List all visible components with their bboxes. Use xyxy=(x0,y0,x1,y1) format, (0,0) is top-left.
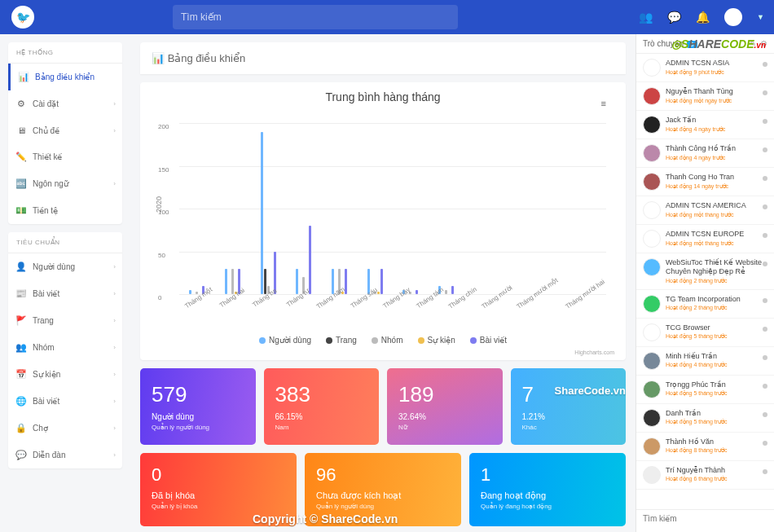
chat-user-item[interactable]: Trí Nguyễn ThànhHoạt động 6 tháng trước xyxy=(636,461,774,490)
sidebar-item[interactable]: 📊Bảng điều khiển xyxy=(8,64,122,90)
chat-user-status: Hoạt động 4 tháng trước xyxy=(666,362,728,368)
chart-card: ≡ Trung bình hàng tháng 2020 05010015020… xyxy=(140,82,626,360)
sidebar-item[interactable]: 💬Diễn đàn› xyxy=(8,442,122,468)
sidebar-item-icon: 💵 xyxy=(16,205,26,216)
sidebar-item[interactable]: ⚙Cài đặt› xyxy=(8,90,122,117)
sidebar-item-label: Bảng điều khiển xyxy=(35,73,95,81)
chat-user-item[interactable]: Trọngg Phúc TrầnHoạt động 5 tháng trước xyxy=(636,376,774,404)
chevron-right-icon: › xyxy=(113,424,116,432)
chat-user-status: Hoạt động 14 ngày trước xyxy=(666,183,734,190)
legend-item[interactable]: Sự kiện xyxy=(418,336,455,345)
chat-search[interactable] xyxy=(636,509,774,532)
presence-dot xyxy=(763,233,767,238)
chat-user-name: WebSiuToc Thiết Kế Website Chuyên Nghiệp… xyxy=(666,258,767,276)
panel-title: 📊 Bảng điều khiển xyxy=(140,42,626,74)
chat-user-status: Hoạt động 5 tháng trước xyxy=(666,390,728,397)
sidebar-item[interactable]: ✏️Thiết kế xyxy=(8,143,122,170)
chat-user-item[interactable]: Thành Hồ VănHoạt động 8 tháng trước xyxy=(636,433,774,461)
legend-item[interactable]: Bài viết xyxy=(470,336,507,345)
sidebar-group-title: TIÊU CHUẨN xyxy=(8,232,122,253)
stat-card[interactable]: 71.21%Khác xyxy=(511,368,627,445)
chat-user-item[interactable]: Minh Hiếu TrầnHoạt động 4 tháng trước xyxy=(636,347,774,376)
sharecode-watermark: ◎SHARECODE.vn xyxy=(671,37,766,51)
sidebar-item[interactable]: 🔒Chợ› xyxy=(8,415,122,442)
chat-avatar xyxy=(643,323,661,341)
chat-search-input[interactable] xyxy=(643,514,767,523)
chat-avatar xyxy=(643,437,661,455)
chat-user-item[interactable]: TG Team IncorporationHoạt động 2 tháng t… xyxy=(636,290,774,319)
stat-card[interactable]: 1Đang hoạt độngQuản lý đang hoạt động xyxy=(469,453,626,526)
app-logo[interactable]: 🐦 xyxy=(11,6,34,29)
sidebar-item[interactable]: 🚩Trang› xyxy=(8,307,122,334)
sidebar-item[interactable]: 📅Sự kiện› xyxy=(8,361,122,388)
chat-user-item[interactable]: Jack TấnHoạt động 4 ngày trước xyxy=(636,111,774,139)
sidebar-item[interactable]: 📰Bài viết› xyxy=(8,280,122,307)
sidebar-item[interactable]: 🔤Ngôn ngữ› xyxy=(8,170,122,197)
legend-item[interactable]: Trang xyxy=(326,336,357,345)
chat-user-item[interactable]: ADMIN TCSN AMERICAHoạt động một tháng tr… xyxy=(636,196,774,225)
chevron-right-icon: › xyxy=(113,317,116,324)
sidebar-item[interactable]: 👥Nhóm› xyxy=(8,334,122,361)
sidebar-item-icon: 📰 xyxy=(16,288,26,299)
chat-user-item[interactable]: Thành Công Hồ TrầnHoạt động 4 ngày trước xyxy=(636,139,774,168)
sidebar-item[interactable]: 🌐Bài viết› xyxy=(8,388,122,415)
chat-user-item[interactable]: Danh TrầnHoạt động 5 tháng trước xyxy=(636,404,774,433)
chart-plot: 2020 050100150200 xyxy=(179,123,606,294)
chat-user-name: Trọngg Phúc Trần xyxy=(666,380,728,389)
chevron-right-icon: › xyxy=(113,127,116,134)
legend-item[interactable]: Người dùng xyxy=(259,336,311,345)
sidebar-item-icon: ✏️ xyxy=(16,152,26,162)
sharecode-text-watermark: ShareCode.vn xyxy=(555,385,626,397)
chat-user-item[interactable]: Nguyễn Thanh TùngHoạt động một ngày trướ… xyxy=(636,82,774,111)
sidebar: HỆ THỐNG📊Bảng điều khiển⚙Cài đặt›🖥Chủ đề… xyxy=(0,34,130,532)
sidebar-item-label: Tiền tệ xyxy=(33,206,58,215)
presence-dot xyxy=(763,412,767,417)
chat-panel: Trò chuyện0 ✎⚙ ADMIN TCSN ASIAHoạt động … xyxy=(635,34,774,532)
stat-card[interactable]: 38366.15%Nam xyxy=(264,368,380,445)
chart-credit: Highcharts.com xyxy=(152,350,614,355)
chat-avatar xyxy=(643,59,661,77)
sidebar-item-icon: 👤 xyxy=(16,262,26,272)
search-input[interactable] xyxy=(181,11,303,23)
social-icon[interactable]: 👥 xyxy=(639,11,653,24)
stat-card[interactable]: 18932.64%Nữ xyxy=(387,368,503,445)
chat-avatar xyxy=(643,87,661,105)
presence-dot xyxy=(763,469,767,474)
sidebar-item-label: Ngôn ngữ xyxy=(33,179,68,188)
chat-user-item[interactable]: ADMIN TCSN EUROPEHoạt động một tháng trư… xyxy=(636,225,774,253)
sidebar-item-label: Bài viết xyxy=(33,289,59,298)
chat-user-item[interactable]: TCG BrowserHoạt động 5 tháng trước xyxy=(636,319,774,347)
chat-avatar xyxy=(643,201,661,219)
chat-user-status: Hoạt động 5 tháng trước xyxy=(666,333,728,340)
chevron-right-icon: › xyxy=(113,451,116,459)
chat-user-name: Jack Tấn xyxy=(666,116,725,125)
chat-icon[interactable]: 💬 xyxy=(667,11,681,24)
presence-dot xyxy=(763,355,767,360)
topbar: 🐦 👥 💬 🔔 ▼ xyxy=(0,0,774,34)
stat-card[interactable]: 579Người dùngQuản lý người dùng xyxy=(140,368,256,445)
chat-user-item[interactable]: Thanh Cong Ho TranHoạt động 14 ngày trướ… xyxy=(636,168,774,196)
chart-legend: Người dùngTrangNhómSự kiệnBài viết xyxy=(152,336,614,345)
sidebar-item-label: Chợ xyxy=(33,424,48,433)
sidebar-item[interactable]: 💵Tiền tệ xyxy=(8,197,122,224)
chat-avatar xyxy=(643,352,661,370)
sidebar-item-label: Sự kiện xyxy=(33,370,60,379)
chevron-right-icon: › xyxy=(113,263,116,270)
chat-user-item[interactable]: WebSiuToc Thiết Kế Website Chuyên Nghiệp… xyxy=(636,253,774,290)
sidebar-item[interactable]: 👤Người dùng› xyxy=(8,253,122,280)
bell-icon[interactable]: 🔔 xyxy=(696,11,710,24)
sidebar-item[interactable]: 🖥Chủ đề› xyxy=(8,117,122,143)
dropdown-icon[interactable]: ▼ xyxy=(757,13,764,21)
search-box[interactable] xyxy=(173,5,458,29)
chevron-right-icon: › xyxy=(113,344,116,351)
legend-item[interactable]: Nhóm xyxy=(372,336,403,345)
sidebar-item-label: Thiết kế xyxy=(33,152,62,161)
sidebar-item-icon: 📅 xyxy=(16,369,26,380)
chat-user-name: Thành Hồ Văn xyxy=(666,437,728,446)
avatar[interactable] xyxy=(724,8,742,26)
sidebar-group-title: HỆ THỐNG xyxy=(8,42,122,64)
chart-menu-icon[interactable]: ≡ xyxy=(601,99,606,108)
chevron-right-icon: › xyxy=(113,290,116,297)
chat-user-item[interactable]: ADMIN TCSN ASIAHoạt động 9 phút trước xyxy=(636,54,774,82)
chat-user-name: Trí Nguyễn Thành xyxy=(666,466,728,475)
